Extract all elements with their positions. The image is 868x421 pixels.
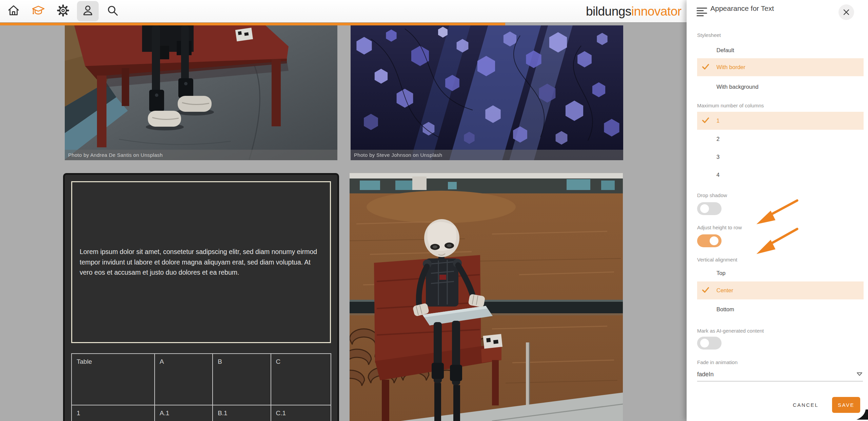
columns-option-4[interactable]: 4 xyxy=(697,168,864,182)
option-label: Default xyxy=(716,47,734,54)
stylesheet-option-with-background[interactable]: With background xyxy=(697,80,864,93)
fade-animation-select[interactable]: fadeIn xyxy=(697,368,863,381)
nav-profile-button[interactable] xyxy=(77,1,99,21)
home-icon xyxy=(7,4,20,18)
table-header-cell: B xyxy=(213,354,271,405)
max-columns-label: Maximum number of columns xyxy=(697,103,764,108)
photo-caption xyxy=(350,411,623,421)
dropdown-triangle-icon xyxy=(856,371,863,378)
lorem-paragraph: Lorem ipsum dolor sit amet, consetetur s… xyxy=(72,247,330,278)
robot-legs-photo-art xyxy=(65,25,337,160)
toggle-knob xyxy=(700,339,709,348)
option-label: Center xyxy=(716,287,733,294)
checkmark-icon xyxy=(702,63,709,71)
columns-option-1[interactable]: 1 xyxy=(697,112,864,130)
cursor-artifact xyxy=(854,409,868,421)
hand-drawn-arrow-icon xyxy=(753,197,801,228)
photo-tile-sitting-robot[interactable] xyxy=(350,173,623,421)
drop-shadow-toggle[interactable] xyxy=(697,202,722,215)
checkmark-icon xyxy=(702,287,709,294)
table-header-cell: Table xyxy=(72,354,155,405)
table-cell: A.1 xyxy=(155,405,213,421)
toggle-knob xyxy=(710,236,718,245)
drop-shadow-label: Drop shadow xyxy=(697,192,727,198)
hexagon-abstract-art xyxy=(351,25,623,160)
option-label: Bottom xyxy=(716,306,734,313)
app-logo: bildungsinnovator xyxy=(586,0,682,23)
columns-option-2[interactable]: 2 xyxy=(697,132,864,146)
graduation-cap-icon xyxy=(32,4,45,18)
gear-icon xyxy=(57,4,70,18)
appearance-panel: Appearance for Text Stylesheet Default W… xyxy=(687,0,868,421)
person-icon xyxy=(81,4,94,18)
table-cell: 1 xyxy=(72,405,155,421)
adjust-height-label: Adjust height to row xyxy=(697,225,742,230)
table-header-cell: A xyxy=(155,354,213,405)
option-label: With border xyxy=(716,64,745,70)
stylesheet-label: Stylesheet xyxy=(697,32,721,38)
logo-text-dark: bildungs xyxy=(586,4,631,19)
text-border-box: Lorem ipsum dolor sit amet, consetetur s… xyxy=(71,181,331,343)
option-label: 2 xyxy=(716,136,719,142)
sitting-robot-photo-art xyxy=(350,173,623,421)
stylesheet-option-with-border[interactable]: With border xyxy=(697,58,864,76)
toggle-knob xyxy=(700,204,709,213)
table-header-cell: C xyxy=(271,354,331,405)
table-cell: C.1 xyxy=(271,405,331,421)
nav-courses-button[interactable] xyxy=(27,1,49,21)
search-icon xyxy=(106,4,119,18)
text-content-card[interactable]: Lorem ipsum dolor sit amet, consetetur s… xyxy=(63,173,339,421)
panel-actions: CANCEL SAVE xyxy=(791,397,860,413)
stylesheet-option-default[interactable]: Default xyxy=(697,43,864,57)
nav-home-button[interactable] xyxy=(3,1,24,21)
adjust-height-toggle[interactable] xyxy=(697,234,722,247)
photo-tile-robot-legs[interactable]: Photo by Andrea De Santis on Unsplash xyxy=(65,25,337,160)
vertical-alignment-label: Vertical alignment xyxy=(697,257,737,262)
nav-settings-button[interactable] xyxy=(52,1,74,21)
cancel-button[interactable]: CANCEL xyxy=(791,402,821,408)
columns-option-3[interactable]: 3 xyxy=(697,150,864,164)
content-table: Table A B C 1 A.1 B.1 C.1 xyxy=(71,353,331,421)
ai-content-label: Mark as AI-generated content xyxy=(697,328,764,334)
option-label: Top xyxy=(716,270,726,276)
progress-bar xyxy=(0,23,505,25)
option-label: With background xyxy=(716,84,758,90)
photo-caption: Photo by Steve Johnson on Unsplash xyxy=(351,150,623,160)
valign-option-bottom[interactable]: Bottom xyxy=(697,302,864,316)
logo-text-orange: innovator xyxy=(631,4,682,19)
hand-drawn-arrow-icon xyxy=(753,225,801,257)
photo-tile-abstract-hexagons[interactable]: Photo by Steve Johnson on Unsplash xyxy=(351,25,623,160)
table-cell: B.1 xyxy=(213,405,271,421)
main-nav xyxy=(0,0,687,22)
close-button[interactable] xyxy=(839,4,854,20)
option-label: 1 xyxy=(716,118,719,124)
menu-lines-icon[interactable] xyxy=(696,7,709,18)
table-row: 1 A.1 B.1 C.1 xyxy=(72,405,331,421)
checkmark-icon xyxy=(702,117,709,125)
valign-option-top[interactable]: Top xyxy=(697,266,864,280)
top-toolbar: bildungsinnovator xyxy=(0,0,687,23)
nav-search-button[interactable] xyxy=(102,1,123,21)
option-label: 4 xyxy=(716,172,719,178)
close-icon xyxy=(843,9,850,16)
fade-animation-label: Fade in animation xyxy=(697,359,737,365)
panel-title: Appearance for Text xyxy=(710,4,774,13)
fade-animation-value: fadeIn xyxy=(697,371,714,378)
ai-content-toggle[interactable] xyxy=(697,337,722,350)
option-label: 3 xyxy=(716,154,719,160)
photo-caption: Photo by Andrea De Santis on Unsplash xyxy=(65,150,337,160)
table-header-row: Table A B C xyxy=(72,354,331,405)
valign-option-center[interactable]: Center xyxy=(697,281,864,299)
